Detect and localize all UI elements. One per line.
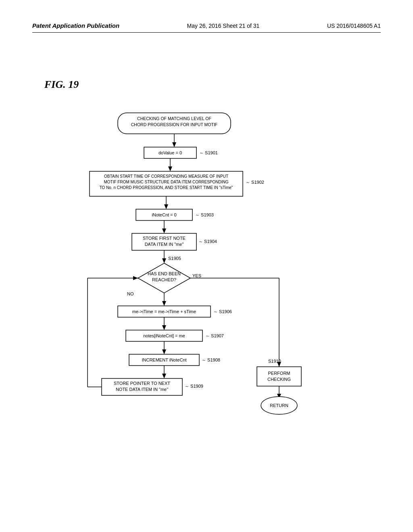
date-sheet-label: May 26, 2016 Sheet 21 of 31 [187, 23, 260, 29]
flowchart-diagram: CHECKING OF MATCHING LEVEL OF CHORD PROG… [65, 109, 348, 455]
svg-marker-50 [162, 374, 166, 378]
svg-text:STORE POINTER TO NEXT: STORE POINTER TO NEXT [114, 381, 170, 386]
svg-text:～ S1901: ～ S1901 [199, 150, 218, 155]
svg-text:CHORD PROGRESSION FOR INPUT MO: CHORD PROGRESSION FOR INPUT MOTIF [131, 122, 217, 127]
svg-text:～ S1906: ～ S1906 [213, 309, 232, 314]
svg-marker-16 [164, 204, 168, 209]
svg-text:doValue = 0: doValue = 0 [159, 150, 182, 155]
svg-text:INCREMENT iNoteCnt: INCREMENT iNoteCnt [142, 357, 186, 362]
svg-text:MOTIF FROM MUSIC STRUCTURE DAT: MOTIF FROM MUSIC STRUCTURE DATA ITEM COR… [104, 180, 228, 184]
svg-marker-27 [162, 258, 166, 263]
svg-text:RETURN: RETURN [270, 403, 288, 408]
svg-text:CHECKING OF MATCHING LEVEL OF: CHECKING OF MATCHING LEVEL OF [137, 116, 211, 121]
svg-text:OBTAIN START TIME OF CORRESPON: OBTAIN START TIME OF CORRESPONDING MEASU… [104, 174, 228, 179]
svg-text:S1905: S1905 [168, 256, 181, 261]
svg-marker-40 [162, 325, 166, 330]
svg-text:～ S1909: ～ S1909 [185, 384, 203, 389]
patent-number-label: US 2016/0148605 A1 [327, 23, 381, 29]
svg-marker-4 [172, 142, 176, 147]
svg-text:NOTE DATA ITEM IN "me": NOTE DATA ITEM IN "me" [116, 387, 168, 392]
svg-text:HAS END BEEN: HAS END BEEN [148, 271, 181, 276]
svg-rect-59 [257, 367, 301, 386]
svg-text:YES: YES [192, 273, 201, 278]
svg-text:～ S1903: ～ S1903 [195, 212, 214, 217]
svg-marker-45 [162, 349, 166, 354]
svg-text:～ S1908: ～ S1908 [202, 357, 220, 362]
svg-text:notes[iNoteCnt] = me: notes[iNoteCnt] = me [143, 333, 185, 338]
svg-text:TO No. n CHORD PROGRESSION, AN: TO No. n CHORD PROGRESSION, AND STORE ST… [100, 185, 233, 190]
svg-text:PERFORM: PERFORM [268, 371, 290, 376]
svg-text:REACHED?: REACHED? [152, 277, 176, 282]
figure-label: FIG. 19 [44, 79, 79, 91]
svg-marker-66 [277, 362, 281, 367]
svg-text:me->iTime = me->iTime + sTime: me->iTime = me->iTime + sTime [132, 309, 196, 314]
svg-marker-35 [162, 301, 166, 306]
svg-text:～ S1907: ～ S1907 [205, 333, 224, 338]
header: Patent Application Publication May 26, 2… [32, 22, 381, 33]
svg-text:iNoteCnt = 0: iNoteCnt = 0 [152, 212, 176, 217]
svg-marker-58 [133, 276, 138, 280]
page: Patent Application Publication May 26, 2… [0, 0, 413, 532]
svg-marker-21 [162, 229, 166, 233]
svg-text:NO: NO [127, 291, 134, 296]
svg-text:CHECKING: CHECKING [267, 377, 291, 382]
svg-text:STORE FIRST NOTE: STORE FIRST NOTE [143, 236, 186, 241]
svg-text:～ S1904: ～ S1904 [198, 239, 217, 244]
svg-text:DATA ITEM IN "me": DATA ITEM IN "me" [145, 242, 184, 247]
svg-marker-9 [168, 166, 172, 171]
svg-text:～ S1902: ～ S1902 [246, 180, 264, 185]
publication-label: Patent Application Publication [32, 22, 119, 29]
